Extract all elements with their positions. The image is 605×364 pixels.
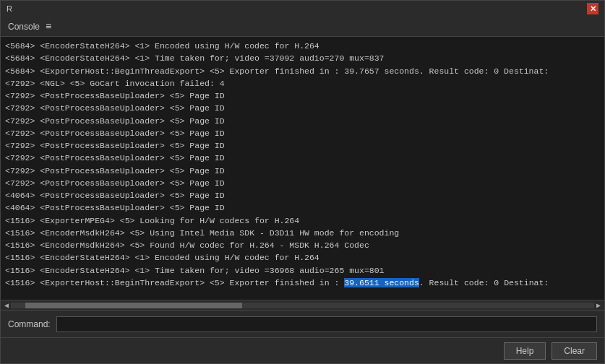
scrollbar-track[interactable] <box>11 303 594 308</box>
log-line: <7292> <PostProcessBaseUploader> <5> Pag… <box>5 139 600 152</box>
console-header: Console ≡ <box>1 17 604 37</box>
help-button[interactable]: Help <box>504 342 546 360</box>
log-line: <1516> <EncoderMsdkH264> <5> Using Intel… <box>5 227 600 239</box>
log-line: <7292> <PostProcessBaseUploader> <5> Pag… <box>5 165 600 177</box>
command-label: Command: <box>8 319 51 329</box>
log-line: <7292> <PostProcessBaseUploader> <5> Pag… <box>5 127 600 139</box>
scroll-left-arrow[interactable]: ◀ <box>2 301 11 310</box>
bottom-buttons-bar: Help Clear <box>1 337 604 363</box>
highlighted-text: 39.6511 seconds <box>344 278 419 287</box>
log-line: <1516> <EncoderStateH264> <1> Time taken… <box>5 264 600 277</box>
log-line: <7292> <NGL> <5> GoCart invocation faile… <box>5 77 600 90</box>
command-input[interactable] <box>56 316 597 332</box>
log-line: <1516> <ExporterHost::BeginThreadExport>… <box>5 277 600 289</box>
log-line: <4064> <PostProcessBaseUploader> <5> Pag… <box>5 202 600 214</box>
menu-icon[interactable]: ≡ <box>46 21 51 32</box>
log-line: <5684> <EncoderStateH264> <1> Encoded us… <box>5 40 600 52</box>
command-area: Command: <box>1 310 604 337</box>
log-line: <7292> <PostProcessBaseUploader> <5> Pag… <box>5 115 600 127</box>
console-label: Console <box>8 22 40 32</box>
window-title: R <box>7 4 12 13</box>
log-line: <7292> <PostProcessBaseUploader> <5> Pag… <box>5 102 600 114</box>
log-line: <5684> <ExporterHost::BeginThreadExport>… <box>5 65 600 77</box>
log-line: <1516> <EncoderStateH264> <1> Encoded us… <box>5 251 600 264</box>
log-line: <7292> <PostProcessBaseUploader> <5> Pag… <box>5 177 600 189</box>
title-bar: R ✕ <box>1 1 604 17</box>
main-window: R ✕ Console ≡ <5684> <EncoderStateH264> … <box>0 0 605 364</box>
close-button[interactable]: ✕ <box>587 3 598 14</box>
log-line: <7292> <PostProcessBaseUploader> <5> Pag… <box>5 90 600 102</box>
log-line: <1516> <ExporterMPEG4> <5> Looking for H… <box>5 214 600 227</box>
horizontal-scrollbar[interactable]: ◀ ▶ <box>1 300 604 310</box>
log-area[interactable]: <5684> <EncoderStateH264> <1> Encoded us… <box>1 37 604 300</box>
log-line: <5684> <EncoderStateH264> <1> Time taken… <box>5 52 600 64</box>
log-line: <7292> <PostProcessBaseUploader> <5> Pag… <box>5 152 600 164</box>
clear-button[interactable]: Clear <box>552 342 597 360</box>
log-line: <4064> <PostProcessBaseUploader> <5> Pag… <box>5 189 600 202</box>
log-line: <1516> <EncoderMsdkH264> <5> Found H/W c… <box>5 239 600 251</box>
scrollbar-thumb[interactable] <box>25 303 242 308</box>
scroll-right-arrow[interactable]: ▶ <box>594 301 603 310</box>
